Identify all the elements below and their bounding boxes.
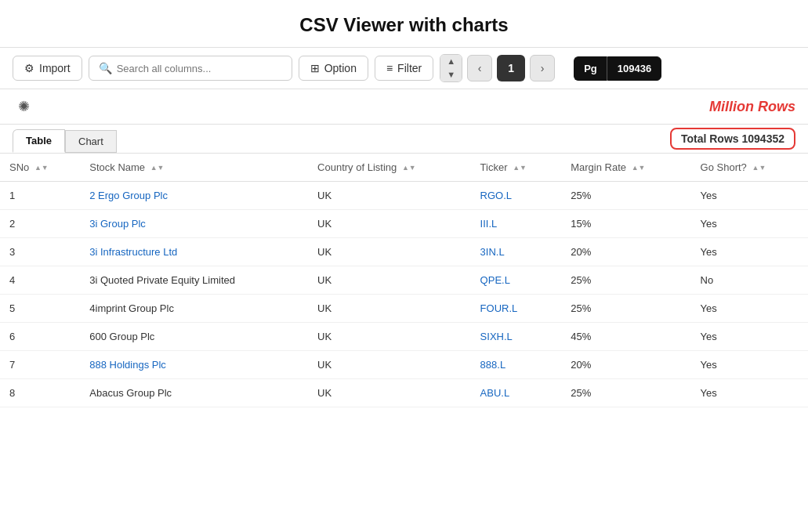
tab-table[interactable]: Table: [13, 129, 65, 153]
search-input[interactable]: [117, 63, 282, 74]
tab-chart[interactable]: Chart: [65, 130, 117, 153]
cell-margin-rate: 25%: [561, 295, 690, 323]
cell-margin-rate: 15%: [561, 210, 690, 238]
cell-country: UK: [308, 238, 471, 266]
stock-name-link[interactable]: 888 Holdings Plc: [89, 359, 166, 371]
stock-name-link[interactable]: 2 Ergo Group Plc: [89, 190, 168, 201]
cell-stock-name: 4imprint Group Plc: [80, 295, 308, 323]
table-row: 6600 Group PlcUKSIXH.L45%Yes: [0, 323, 808, 351]
grid-icon: ⊞: [310, 62, 320, 74]
cell-go-short: Yes: [691, 295, 808, 323]
cell-ticker: 3IN.L: [471, 238, 562, 266]
table-row: 12 Ergo Group PlcUKRGO.L25%Yes: [0, 182, 808, 210]
cell-go-short: Yes: [691, 238, 808, 266]
cell-stock-name: 3i Quoted Private Equity Limited: [80, 266, 308, 295]
filter-button[interactable]: ≡ Filter: [375, 56, 433, 81]
cell-go-short: Yes: [691, 351, 808, 379]
cell-sno: 6: [0, 323, 80, 351]
stock-name-link[interactable]: 3i Group Plc: [89, 218, 146, 230]
stock-name-link[interactable]: 3i Infrastructure Ltd: [89, 246, 177, 258]
search-box[interactable]: 🔍: [89, 56, 292, 81]
tab-row: Table Chart Total Rows 1094352: [0, 125, 808, 154]
cell-go-short: Yes: [691, 210, 808, 238]
page-prev-button[interactable]: ‹: [467, 55, 492, 81]
sort-arrows-ticker[interactable]: ▲▼: [513, 165, 527, 172]
cell-go-short: Yes: [691, 323, 808, 351]
pg-label: Pg: [574, 56, 607, 81]
gear-icon: ⚙: [24, 62, 34, 74]
table-header: SNo ▲▼ Stock Name ▲▼ Country of Listing …: [0, 154, 808, 182]
col-ticker[interactable]: Ticker ▲▼: [471, 154, 562, 182]
cell-country: UK: [308, 351, 471, 379]
cell-stock-name[interactable]: 888 Holdings Plc: [80, 351, 308, 379]
cell-stock-name[interactable]: 3i Infrastructure Ltd: [80, 238, 308, 266]
cell-sno: 7: [0, 351, 80, 379]
page-title: CSV Viewer with charts: [0, 0, 808, 47]
page-updown[interactable]: ▲ ▼: [440, 54, 462, 82]
cell-stock-name[interactable]: 3i Group Plc: [80, 210, 308, 238]
cell-country: UK: [308, 379, 471, 407]
cell-sno: 1: [0, 182, 80, 210]
sort-arrows-country[interactable]: ▲▼: [402, 165, 416, 172]
import-label: Import: [39, 62, 71, 74]
toolbar: ⚙ Import 🔍 ⊞ Option ≡ Filter ▲ ▼ ‹ 1 › P…: [0, 47, 808, 89]
cell-margin-rate: 25%: [561, 379, 690, 407]
page-down-btn[interactable]: ▼: [440, 68, 462, 81]
cell-margin-rate: 25%: [561, 182, 690, 210]
cell-margin-rate: 25%: [561, 266, 690, 295]
cell-ticker: RGO.L: [471, 182, 562, 210]
page-up-btn[interactable]: ▲: [440, 55, 462, 68]
filter-icon: ≡: [386, 62, 393, 74]
table-row: 54imprint Group PlcUKFOUR.L25%Yes: [0, 295, 808, 323]
col-sno[interactable]: SNo ▲▼: [0, 154, 80, 182]
table-row: 23i Group PlcUKIII.L15%Yes: [0, 210, 808, 238]
table-row: 7888 Holdings PlcUK888.L20%Yes: [0, 351, 808, 379]
import-button[interactable]: ⚙ Import: [13, 56, 82, 81]
cell-ticker: FOUR.L: [471, 295, 562, 323]
cell-go-short: No: [691, 266, 808, 295]
table-row: 33i Infrastructure LtdUK3IN.L20%Yes: [0, 238, 808, 266]
col-stock-name[interactable]: Stock Name ▲▼: [80, 154, 308, 182]
table-body: 12 Ergo Group PlcUKRGO.L25%Yes23i Group …: [0, 182, 808, 407]
cell-margin-rate: 20%: [561, 238, 690, 266]
cell-stock-name: 600 Group Plc: [80, 323, 308, 351]
col-country[interactable]: Country of Listing ▲▼: [308, 154, 471, 182]
pg-total-group: Pg 109436: [567, 56, 661, 81]
cell-sno: 5: [0, 295, 80, 323]
cell-sno: 4: [0, 266, 80, 295]
sort-arrows-goshort[interactable]: ▲▼: [752, 165, 766, 172]
cell-stock-name[interactable]: 2 Ergo Group Plc: [80, 182, 308, 210]
pg-total-value: 109436: [607, 56, 661, 81]
toolbar2: ✺ Million Rows: [0, 89, 808, 125]
sort-arrows-stock[interactable]: ▲▼: [150, 165, 165, 172]
cell-country: UK: [308, 210, 471, 238]
cell-margin-rate: 45%: [561, 323, 690, 351]
table-row: 43i Quoted Private Equity LimitedUKQPE.L…: [0, 266, 808, 295]
col-margin-rate[interactable]: Margin Rate ▲▼: [561, 154, 690, 182]
cell-go-short: Yes: [691, 379, 808, 407]
cell-ticker: SIXH.L: [471, 323, 562, 351]
cell-ticker: QPE.L: [471, 266, 562, 295]
option-button[interactable]: ⊞ Option: [299, 56, 368, 81]
sort-arrows-sno[interactable]: ▲▼: [34, 165, 49, 172]
option-label: Option: [324, 62, 357, 74]
cell-country: UK: [308, 182, 471, 210]
pagination-controls: ▲ ▼ ‹ 1 ›: [440, 54, 555, 82]
cell-ticker: ABU.L: [471, 379, 562, 407]
cell-ticker: 888.L: [471, 351, 562, 379]
cell-margin-rate: 20%: [561, 351, 690, 379]
sun-icon[interactable]: ✺: [13, 96, 34, 118]
cell-country: UK: [308, 295, 471, 323]
cell-go-short: Yes: [691, 182, 808, 210]
filter-label: Filter: [397, 62, 422, 74]
cell-ticker: III.L: [471, 210, 562, 238]
data-table: SNo ▲▼ Stock Name ▲▼ Country of Listing …: [0, 154, 808, 407]
page-next-button[interactable]: ›: [530, 55, 555, 81]
table-row: 8Abacus Group PlcUKABU.L25%Yes: [0, 379, 808, 407]
cell-sno: 2: [0, 210, 80, 238]
search-icon: 🔍: [99, 62, 112, 74]
cell-stock-name: Abacus Group Plc: [80, 379, 308, 407]
col-go-short[interactable]: Go Short? ▲▼: [691, 154, 808, 182]
page-current-number: 1: [497, 55, 525, 81]
sort-arrows-margin[interactable]: ▲▼: [632, 165, 646, 172]
